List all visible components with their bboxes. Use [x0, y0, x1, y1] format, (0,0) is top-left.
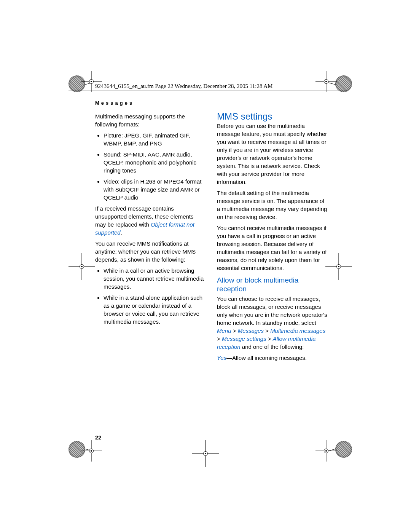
section-label: Messages	[95, 100, 134, 106]
text: —Allow all incoming messages.	[226, 355, 307, 361]
text: You can choose to receive all messages, …	[217, 296, 327, 326]
menu-path: Message settings	[222, 335, 266, 342]
para: Multimedia messaging supports the follow…	[95, 112, 206, 128]
list-item: Video: clips in H.263 or MPEG4 format wi…	[104, 177, 206, 201]
crosshair-icon	[68, 253, 95, 280]
menu-path: Menu	[217, 328, 231, 334]
list-item: Sound: SP-MIDI, AAC, AMR audio, QCELP, m…	[104, 150, 206, 174]
text: >	[264, 328, 270, 334]
crosshair-icon	[325, 253, 352, 280]
para: You can choose to receive all messages, …	[217, 295, 327, 351]
list-item: While in a call or an active browsing se…	[104, 267, 206, 291]
text: and one of the following:	[241, 343, 304, 350]
left-column: Multimedia messaging supports the follow…	[95, 112, 206, 365]
header-rule	[68, 81, 348, 81]
para: You can receive MMS notifications at any…	[95, 240, 206, 264]
crosshair-icon	[81, 440, 102, 462]
header-rule	[68, 91, 348, 91]
text: >	[266, 335, 273, 342]
heading-mms-settings: MMS settings	[217, 112, 327, 120]
option-text: Yes	[217, 355, 226, 361]
header-meta: 9243644_6155_en_au.fm Page 22 Wednesday,…	[68, 83, 348, 89]
list-item: While in a stand-alone application such …	[104, 294, 206, 326]
para: Before you can use the multimedia messag…	[217, 122, 327, 186]
menu-path: Messages	[238, 328, 264, 334]
para: If a received message contains unsupport…	[95, 204, 206, 236]
right-column: MMS settings Before you can use the mult…	[217, 112, 327, 365]
list-item: Picture: JPEG, GIF, animated GIF, WBMP, …	[104, 131, 206, 147]
para: You cannot receive multimedia messages i…	[217, 224, 327, 272]
para: Yes—Allow all incoming messages.	[217, 354, 327, 362]
crosshair-icon	[315, 71, 337, 92]
text: .	[121, 229, 122, 236]
crosshair-icon	[81, 71, 102, 92]
menu-path: Multimedia messages	[270, 328, 325, 334]
crosshair-icon	[315, 440, 337, 462]
bullet-list: Picture: JPEG, GIF, animated GIF, WBMP, …	[95, 131, 206, 201]
page-number: 22	[95, 434, 102, 441]
text: >	[217, 335, 222, 342]
content-columns: Multimedia messaging supports the follow…	[95, 112, 327, 365]
bullet-list: While in a call or an active browsing se…	[95, 267, 206, 326]
registration-ball-icon	[335, 441, 352, 458]
page-container: 9243644_6155_en_au.fm Page 22 Wednesday,…	[0, 0, 411, 532]
heading-allow-block: Allow or block multimedia reception	[217, 276, 327, 293]
para: The default setting of the multimedia me…	[217, 189, 327, 221]
crosshair-icon	[192, 440, 219, 467]
text: >	[231, 328, 238, 334]
